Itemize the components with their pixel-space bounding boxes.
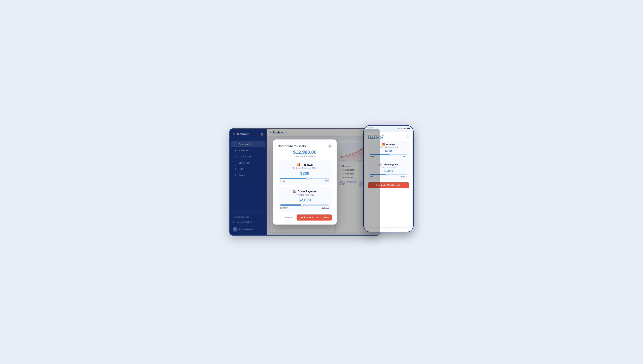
mobile-close-button[interactable]: ✕ [406, 135, 409, 139]
mobile-downpayment-max: $25,000 [401, 176, 407, 178]
downpayment-card-emoji: 🏠 [293, 190, 296, 193]
downpayment-projected: Projected June 2021 [280, 194, 329, 196]
holidays-slider-thumb[interactable] [306, 177, 308, 180]
downpayment-card-amount: $2,000 [280, 198, 329, 202]
holidays-card-name: Holidays [302, 164, 313, 166]
modal-goal-holidays: 🎁 Holidays Projected December 2020 $300 … [278, 160, 332, 185]
battery-icon: ▮▮▮ [407, 127, 410, 129]
mobile-holidays-name: Holidays [386, 143, 395, 146]
holidays-card-emoji: 🎁 [297, 163, 300, 166]
downpayment-slider-track [280, 204, 329, 206]
contribute-modal: Contribute to Goals ✕ $12,900.00 AVAILAB… [273, 140, 336, 224]
scene: ✕ Monarch 🔔 ⌂ Dashboard ◈ Accounts ▤ Tra… [230, 125, 414, 239]
mobile-status-icons: ▲▲▲ wifi ▮▮▮ [397, 127, 410, 129]
holidays-max: $500 [325, 180, 329, 182]
mobile-downpayment-name: Down Payment [383, 163, 398, 166]
holidays-card-header: 🎁 Holidays [280, 163, 329, 166]
holidays-projected: Projected December 2020 [280, 167, 329, 170]
downpayment-card-name: Down Payment [298, 190, 317, 193]
downpayment-slider-fill [280, 204, 302, 206]
downpayment-range-labels: $20,000 $25,000 [280, 207, 329, 209]
signal-icon: ▲▲▲ [397, 127, 403, 129]
modal-avail-amount: $12,900.00 [278, 150, 332, 155]
downpayment-slider-thumb[interactable] [301, 204, 304, 206]
modal-avail-label: AVAILABLE SAVINGS [294, 156, 315, 158]
mobile-holidays-emoji: 🎁 [382, 143, 385, 146]
modal-title: Contribute to Goals [278, 144, 306, 148]
downpayment-max: $25,000 [322, 207, 329, 209]
mobile-holidays-max: $500 [404, 156, 407, 158]
modal-header: Contribute to Goals ✕ [278, 144, 332, 148]
modal-footer: Cancel Contribute $2,300 to goals [278, 214, 332, 220]
downpayment-card-header: 🏠 Down Payment [280, 190, 329, 193]
downpayment-min: $20,000 [280, 207, 288, 209]
holidays-slider-track [280, 178, 329, 179]
holidays-range-labels: $200 $500 [280, 180, 329, 182]
modal-close-button[interactable]: ✕ [328, 144, 332, 148]
desktop-app: ✕ Monarch 🔔 ⌂ Dashboard ◈ Accounts ▤ Tra… [230, 128, 380, 236]
modal-overlay: Contribute to Goals ✕ $12,900.00 AVAILAB… [230, 129, 380, 235]
home-bar [384, 230, 394, 230]
holidays-min: $200 [280, 180, 285, 182]
wifi-icon: wifi [404, 127, 406, 129]
mobile-holidays-thumb[interactable] [390, 154, 391, 156]
modal-goal-downpayment: 🏠 Down Payment Projected June 2021 $2,00… [278, 187, 332, 212]
holidays-card-amount: $300 [280, 171, 329, 176]
contribute-button[interactable]: Contribute $2,300 to goals [296, 214, 332, 220]
modal-available-savings: $12,900.00 AVAILABLE SAVINGS [278, 150, 332, 158]
mobile-downpayment-thumb[interactable] [386, 174, 388, 176]
holidays-slider-fill [280, 178, 307, 179]
cancel-button[interactable]: Cancel [283, 215, 294, 220]
